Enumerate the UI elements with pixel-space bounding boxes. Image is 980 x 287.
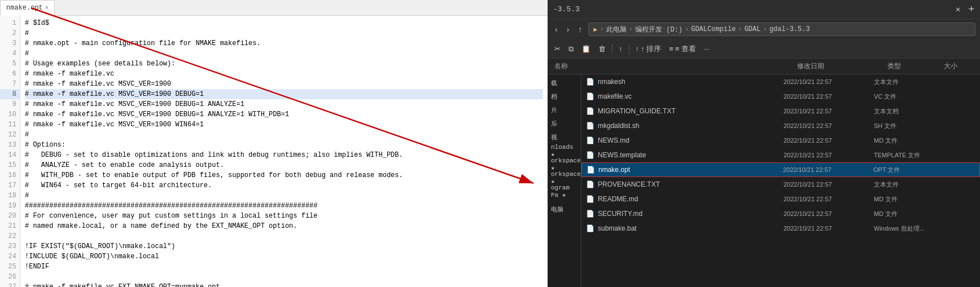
breadcrumb-compile: GDALCompile [691, 25, 736, 33]
code-line-6: # nmake -f makefile.vc [25, 69, 543, 79]
toolbar-separator-1 [612, 44, 613, 54]
qa-item-workspace1[interactable]: orkspace1 ★ [548, 171, 581, 184]
line-number-15: 15 [0, 160, 20, 170]
col-size[interactable]: 大小 [942, 61, 975, 71]
line-numbers: 1234567891011121314151617181920212223242… [0, 16, 20, 287]
line-number-1: 1 [0, 18, 20, 28]
code-line-8: # nmake -f makefile.vc MSVC_VER=1900 DEB… [25, 89, 543, 99]
file-name-2: MIGRATION_GUIDE.TXT [598, 107, 676, 115]
line-number-22: 22 [0, 231, 20, 241]
qa-item-2[interactable]: 档 [548, 90, 581, 103]
qa-item-3[interactable]: 片 [548, 104, 581, 116]
file-icon-0: 📄 [586, 78, 594, 86]
file-item-9[interactable]: 📄SECURITY.md2022/10/21 22:57MD 文件 [581, 206, 980, 221]
view-label: ≡ 查看 [675, 44, 696, 54]
file-item-7[interactable]: 📄PROVENANCE.TXT2022/10/21 22:57文本文件 [581, 177, 980, 192]
sort-label: ↑ 排序 [641, 44, 661, 54]
file-name-5: NEWS.template [598, 151, 646, 159]
titlebar-add-button[interactable]: + [968, 4, 974, 15]
col-name[interactable]: 名称 [552, 61, 795, 71]
file-name-1: makefile.vc [598, 92, 632, 100]
file-item-3[interactable]: 📄mkgdaldist.sh2022/10/21 22:57SH 文件 [581, 118, 980, 133]
tab-close-button[interactable]: × [45, 5, 49, 11]
qa-item-5[interactable]: 视 [548, 131, 581, 143]
line-number-21: 21 [0, 221, 20, 231]
file-item-8[interactable]: 📄README.md2022/10/21 22:57MD 文件 [581, 192, 980, 206]
line-number-3: 3 [0, 38, 20, 48]
file-type-5: TEMPLATE 文件 [874, 151, 942, 160]
sort-button[interactable]: ↑ ↑ 排序 [632, 42, 665, 56]
file-item-5[interactable]: 📄NEWS.template2022/10/21 22:57TEMPLATE 文… [581, 148, 980, 162]
file-name-9: SECURITY.md [598, 210, 642, 218]
file-item-6[interactable]: 📄nmake.opt2022/10/21 22:57OPT 文件 [581, 162, 980, 177]
code-line-13: # Options: [25, 140, 543, 150]
qa-item-4[interactable]: 乐 [548, 117, 581, 130]
line-number-23: 23 [0, 241, 20, 251]
file-icon-4: 📄 [586, 136, 594, 144]
explorer-panel: -3.5.3 ✕ + ‹ › ↑ ▶ › 此电脑 › 编程开发 (D:) › G… [548, 0, 980, 287]
editor-tab-nmake[interactable]: nmake.opt × [0, 0, 55, 16]
file-date-2: 2022/10/21 22:57 [784, 108, 874, 114]
file-icon-6: 📄 [587, 166, 595, 174]
path-bar[interactable]: ▶ › 此电脑 › 编程开发 (D:) › GDALCompile › GDAL… [588, 23, 975, 36]
nav-back-button[interactable]: ‹ [552, 23, 561, 36]
code-line-10: # nmake -f makefile.vc MSVC_VER=1900 DEB… [25, 109, 543, 120]
qa-item-1[interactable]: 载 [548, 77, 581, 89]
col-date[interactable]: 修改日期 [795, 61, 885, 71]
delete-button[interactable]: 🗑 [595, 43, 609, 55]
code-line-9: # nmake -f makefile.vc MSVC_VER=1900 DEB… [25, 99, 543, 109]
line-number-17: 17 [0, 180, 20, 191]
line-number-10: 10 [0, 109, 20, 120]
file-item-4[interactable]: 📄NEWS.md2022/10/21 22:57MD 文件 [581, 133, 980, 148]
paste-button[interactable]: 📋 [578, 43, 594, 55]
code-content[interactable]: # $Id$## nmake.opt - main configuration … [20, 16, 548, 287]
file-date-5: 2022/10/21 22:57 [784, 152, 874, 158]
copy-button[interactable]: ⧉ [565, 43, 577, 55]
col-type[interactable]: 类型 [885, 61, 942, 71]
path-sep-3: › [685, 25, 689, 33]
file-list[interactable]: 📄nmakesh2022/10/21 22:57文本文件📄makefile.vc… [581, 74, 980, 287]
cut-button[interactable]: ✂ [551, 43, 564, 55]
file-name-10: submake.bat [598, 224, 637, 232]
explorer-content: 载 档 片 乐 视 nloads ★ orkspace ★ orkspace1 … [548, 74, 980, 287]
file-item-0[interactable]: 📄nmakesh2022/10/21 22:57文本文件 [581, 74, 980, 89]
line-number-7: 7 [0, 79, 20, 89]
line-number-12: 12 [0, 130, 20, 140]
titlebar-close-button[interactable]: ✕ [956, 5, 960, 14]
qa-item-pc[interactable]: 电脑 [548, 203, 581, 215]
file-item-10[interactable]: 📄submake.bat2022/10/21 22:57Windows 批处理.… [581, 221, 980, 236]
code-line-18: # [25, 191, 543, 201]
code-line-19: ########################################… [25, 201, 543, 211]
line-number-6: 6 [0, 69, 20, 79]
nav-bar: ‹ › ↑ ▶ › 此电脑 › 编程开发 (D:) › GDALCompile … [548, 19, 980, 39]
nav-forward-button[interactable]: › [564, 23, 572, 36]
code-line-1: # $Id$ [25, 18, 543, 28]
file-item-2[interactable]: 📄MIGRATION_GUIDE.TXT2022/10/21 22:57文本文档 [581, 104, 980, 118]
file-item-1[interactable]: 📄makefile.vc2022/10/21 22:57VC 文件 [581, 89, 980, 104]
line-number-26: 26 [0, 272, 20, 282]
line-number-13: 13 [0, 140, 20, 150]
tab-label: nmake.opt [6, 4, 43, 12]
view-icon: ≡ [669, 45, 673, 53]
line-number-19: 19 [0, 201, 20, 211]
line-number-20: 20 [0, 211, 20, 221]
qa-item-downloads[interactable]: nloads ★ [548, 144, 581, 157]
move-up-button[interactable]: ↑ [615, 43, 626, 55]
editor-panel: nmake.opt × 1234567891011121314151617181… [0, 0, 548, 287]
code-line-20: # For convenience, user may put custom s… [25, 211, 543, 221]
file-date-0: 2022/10/21 22:57 [784, 78, 874, 85]
nav-up-button[interactable]: ↑ [575, 23, 585, 36]
code-line-22 [25, 231, 543, 241]
qa-item-program[interactable]: ogram Pa ★ [548, 185, 581, 197]
action-toolbar: ✂ ⧉ 📋 🗑 ↑ ↑ ↑ 排序 ≡ ≡ 查看 ··· [548, 39, 980, 59]
file-icon-10: 📄 [586, 224, 594, 232]
file-type-0: 文本文件 [874, 78, 942, 86]
sort-icon: ↑ [636, 45, 640, 53]
view-button[interactable]: ≡ ≡ 查看 [666, 42, 699, 56]
more-button[interactable]: ··· [701, 43, 714, 55]
file-type-3: SH 文件 [874, 122, 942, 130]
file-name-6: nmake.opt [598, 166, 630, 174]
qa-item-workspace[interactable]: orkspace ★ [548, 158, 581, 170]
file-name-8: README.md [598, 195, 638, 203]
code-line-7: # nmake -f makefile.vc MSVC_VER=1900 [25, 79, 543, 89]
